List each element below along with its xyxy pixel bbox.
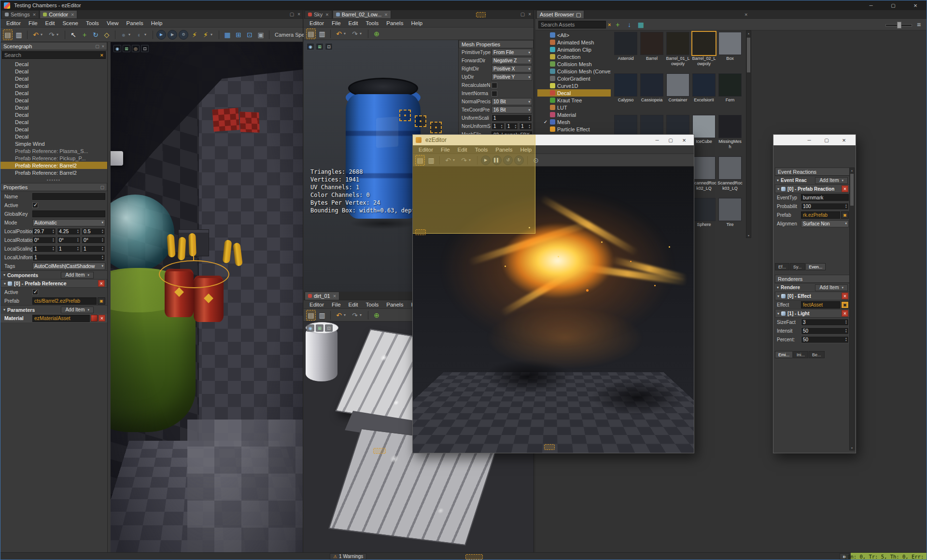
grid-toggle-icon[interactable]: ⊞ [316,43,323,50]
number-spinner[interactable]: 3 [801,319,849,326]
asset-type-item[interactable]: Kraut Tree [537,97,611,104]
dropdown[interactable]: From File [492,49,532,56]
asset-item[interactable]: ScannedRock03_LQ [717,155,743,196]
rotate-tool-icon[interactable]: ↻ [91,29,100,40]
expander-icon[interactable] [4,281,6,286]
warnings-button[interactable]: ⚠ 1 Warnings [330,553,366,560]
grid-toggle-icon[interactable]: ⊞ [316,324,323,332]
close-tab-icon[interactable] [325,12,328,17]
document-tab[interactable]: Barrel_02_Low... [333,10,391,18]
asset-item[interactable]: Calypso [613,72,639,113]
asset-reference-value[interactable]: fectAsset [801,301,840,308]
maximize-button[interactable] [882,0,904,10]
number-spinner[interactable]: 1 [32,245,56,252]
spinner-arrows-icon[interactable] [844,337,848,342]
spinner-arrows-icon[interactable] [51,238,56,242]
snap-grid-icon[interactable]: ▦ [223,29,232,40]
redo-icon[interactable]: ↷ [47,29,56,40]
menu-item[interactable]: Edit [345,302,362,308]
dock-target-handle[interactable] [415,115,426,127]
show-folder-icon[interactable]: ▦ [636,19,646,30]
number-spinner[interactable]: 0° [82,237,105,244]
close-tab-icon[interactable] [333,293,336,299]
menu-item[interactable]: Panels [382,302,407,308]
menu-item[interactable]: Edit [454,147,471,153]
spinner-arrows-icon[interactable] [500,124,504,129]
menu-item[interactable]: Panels [492,147,516,153]
save-all-icon[interactable]: ▥ [426,155,436,166]
minimize-button[interactable] [801,135,818,145]
dock-grip[interactable] [373,448,386,454]
menu-item[interactable]: Panels [382,20,407,26]
expander-icon[interactable] [3,273,5,277]
close-tab-icon[interactable] [384,12,387,17]
add-item-button[interactable]: Add Item [815,284,848,291]
add-item-button[interactable]: Add Item [815,177,848,184]
text-input[interactable] [32,210,105,217]
fullscreen-icon[interactable]: ⊡ [325,43,333,50]
document-tab[interactable]: Settings [1,10,39,18]
checkbox[interactable] [492,83,497,88]
scenegraph-item[interactable]: Decal [0,75,107,82]
clear-search-icon[interactable] [100,52,103,58]
number-spinner[interactable]: 0° [57,237,81,244]
add-item-button[interactable]: Add Item [61,272,94,279]
delete-component-button[interactable] [842,310,848,317]
menu-item[interactable]: Help [407,20,426,26]
menu-item[interactable]: Editor [2,20,25,26]
asset-browser-tab[interactable]: Asset Browser [536,10,584,18]
scenegraph-item[interactable]: Decal [0,118,107,126]
browse-asset-button[interactable] [841,301,849,308]
close-tab-icon[interactable] [71,12,74,17]
pin-view-icon[interactable]: ⊙ [531,155,541,166]
menu-item[interactable]: Tools [362,302,382,308]
menu-item[interactable]: Editor [415,147,437,153]
play-scene-icon[interactable]: ▶ [156,30,166,40]
asset-item[interactable]: Cassiopeia [639,72,665,113]
spinner-arrows-icon[interactable] [76,238,80,242]
number-spinner[interactable]: 1 [82,245,105,252]
document-tab[interactable]: dirt_01 [305,292,339,300]
remove-material-button[interactable] [98,315,105,322]
section-tab[interactable]: Ini... [793,351,808,358]
scenegraph-item[interactable]: Prefab Reference: Pickup_P... [0,154,107,162]
dock-grip[interactable] [544,444,555,450]
menu-item[interactable]: Editor [306,20,328,26]
number-spinner[interactable]: 29.7 [32,228,56,235]
menu-item[interactable]: Help [147,20,167,26]
number-spinner[interactable]: 4.25 [57,228,81,235]
float-panel-icon[interactable] [95,44,99,49]
dock-grip[interactable] [465,554,483,560]
browse-asset-button[interactable] [841,211,849,219]
expander-icon[interactable] [777,294,779,298]
close-panel-icon[interactable] [528,12,531,17]
asset-item[interactable]: Box [717,30,743,72]
add-asset-icon[interactable]: + [613,19,622,30]
spinner-arrows-icon[interactable] [527,116,532,121]
scroll-down-icon[interactable]: ▾ [746,234,751,237]
asset-item[interactable]: ExcelsiorII [691,72,717,113]
toolbar-item[interactable] [468,155,472,166]
minimize-button[interactable] [860,0,882,10]
maximize-button[interactable] [818,135,835,145]
floating-titlebar[interactable]: ezEditor [413,135,694,145]
camera-views-icon[interactable]: ◉ [113,45,121,52]
document-tab[interactable]: Sky [305,10,332,18]
toolbar-item[interactable] [127,29,131,40]
expander-icon[interactable] [777,187,779,191]
scenegraph-item[interactable]: Decal [0,60,107,68]
number-spinner[interactable]: 1 [32,254,105,261]
toolbar-item[interactable] [343,310,347,321]
number-spinner[interactable]: 1 [492,114,532,122]
redo-icon[interactable]: ↷ [350,28,360,39]
menu-item[interactable]: Help [516,147,535,153]
number-spinner[interactable]: 50 [801,327,849,335]
scenegraph-item[interactable]: Prefab Reference: Barrel2 [0,169,107,176]
redo-icon[interactable]: ↷ [350,310,360,321]
redo-icon[interactable]: ↷ [459,155,469,166]
expander-icon[interactable] [777,311,779,316]
scenegraph-item[interactable]: Prefab Reference: Barrel2 [0,162,107,169]
asset-reference-value[interactable]: rk.ezPrefab [801,211,840,219]
asset-type-item[interactable]: Collection [537,53,611,60]
simulate-icon[interactable]: ▶ [168,30,177,40]
